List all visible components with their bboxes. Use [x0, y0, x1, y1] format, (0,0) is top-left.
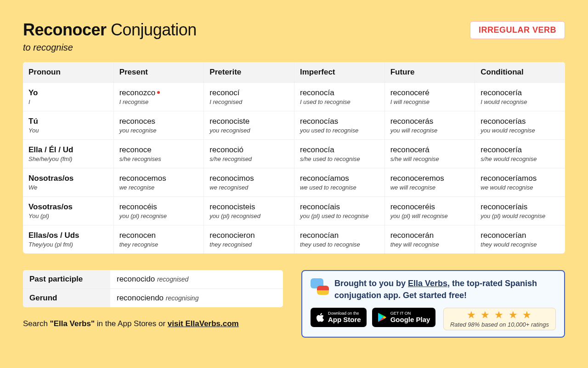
conjugation-cell: reconocíanthey used to recognise — [294, 225, 384, 253]
conjugation-cell: reconocíaisyou (pl) used to recognise — [294, 197, 384, 225]
irregular-dot-icon — [157, 91, 160, 94]
conjugation-cell: reconocisteyou recognised — [204, 111, 294, 140]
page-title: Reconocer Conjugation — [23, 20, 197, 40]
table-row: Ella / Él / UdShe/he/you (fml)reconoces/… — [23, 140, 565, 168]
conjugation-cell: reconocerías/he would recognise — [475, 140, 565, 168]
title-suffix: Conjugation — [107, 20, 197, 39]
search-note: Search "Ella Verbs" in the App Stores or… — [23, 319, 283, 328]
google-play-icon — [378, 312, 387, 322]
conjugation-cell: reconocíaI used to recognise — [294, 83, 384, 111]
conjugation-cell: reconocéisyou (pl) recognise — [113, 197, 204, 225]
conjugation-cell: reconocenthey recognise — [113, 225, 204, 253]
rating-box: ★ ★ ★ ★ ★ Rated 98% based on 10,000+ rat… — [443, 308, 556, 330]
conjugation-cell: reconocíasyou used to recognise — [294, 111, 384, 140]
form-value: reconocido recognised — [110, 270, 283, 289]
form-row: Gerundreconociendo recognising — [23, 289, 283, 307]
conjugation-cell: reconoceréI will recognise — [384, 83, 475, 111]
conjugation-cell: reconocemoswe recognise — [113, 168, 204, 197]
column-header: Pronoun — [23, 62, 113, 83]
column-header: Imperfect — [294, 62, 384, 83]
column-header: Present — [113, 62, 204, 83]
rating-text: Rated 98% based on 10,000+ ratings — [450, 321, 549, 328]
verb-translation: to recognise — [23, 42, 565, 53]
table-row: Ellas/os / UdsThey/you (pl fml)reconocen… — [23, 225, 565, 253]
star-icons: ★ ★ ★ ★ ★ — [450, 310, 549, 320]
conjugation-cell: reconoces/he recognises — [113, 140, 204, 168]
column-header: Conditional — [475, 62, 565, 83]
conjugation-cell: reconoceremoswe will recognise — [384, 168, 475, 197]
conjugation-cell: reconocíamoswe used to recognise — [294, 168, 384, 197]
conjugation-cell: reconocías/he used to recognise — [294, 140, 384, 168]
conjugation-cell: reconoceríanthey would recognise — [475, 225, 565, 253]
conjugation-cell: reconoceréisyou (pl) will recognise — [384, 197, 475, 225]
conjugation-cell: reconocerásyou will recognise — [384, 111, 475, 140]
conjugation-cell: reconoceríasyou would recognise — [475, 111, 565, 140]
pronoun-cell: Ella / Él / UdShe/he/you (fml) — [23, 140, 113, 168]
promo-box: Brought to you by Ella Verbs, the top-ra… — [301, 270, 565, 338]
conjugation-cell: reconocesyou recognise — [113, 111, 204, 140]
irregular-badge: IRREGULAR VERB — [470, 21, 565, 39]
apple-icon — [316, 312, 324, 322]
table-row: Vosotras/osYou (pl)reconocéisyou (pl) re… — [23, 197, 565, 225]
forms-table: Past participlereconocido recognisedGeru… — [23, 270, 283, 307]
conjugation-cell: reconocimoswe recognised — [204, 168, 294, 197]
pronoun-cell: Vosotras/osYou (pl) — [23, 197, 113, 225]
conjugation-cell: reconocerás/he will recognise — [384, 140, 475, 168]
conjugation-table: PronounPresentPreteriteImperfectFutureCo… — [23, 62, 565, 253]
app-icon — [311, 277, 329, 296]
form-row: Past participlereconocido recognised — [23, 270, 283, 289]
form-label: Gerund — [23, 289, 110, 307]
conjugation-cell: reconozcoI recognise — [113, 83, 204, 111]
pronoun-cell: Ellas/os / UdsThey/you (pl fml) — [23, 225, 113, 253]
promo-text: Brought to you by Ella Verbs, the top-ra… — [334, 277, 556, 301]
table-row: TúYoureconocesyou recognisereconocisteyo… — [23, 111, 565, 140]
column-header: Preterite — [204, 62, 294, 83]
form-label: Past participle — [23, 270, 110, 289]
conjugation-cell: reconoceríaI would recognise — [475, 83, 565, 111]
visit-link[interactable]: visit EllaVerbs.com — [168, 319, 239, 328]
column-header: Future — [384, 62, 475, 83]
ella-verbs-link[interactable]: Ella Verbs — [408, 279, 447, 288]
verb-name: Reconocer — [23, 20, 107, 39]
conjugation-cell: reconoceríaisyou (pl) would recognise — [475, 197, 565, 225]
form-value: reconociendo recognising — [110, 289, 283, 307]
conjugation-cell: reconociós/he recognised — [204, 140, 294, 168]
conjugation-cell: reconocieronthey recognised — [204, 225, 294, 253]
table-row: YoIreconozcoI recognisereconocíI recogni… — [23, 83, 565, 111]
app-store-button[interactable]: Download on the App Store — [311, 308, 367, 327]
conjugation-cell: reconocisteisyou (pl) recognised — [204, 197, 294, 225]
conjugation-cell: reconoceránthey will recognise — [384, 225, 475, 253]
google-play-button[interactable]: GET IT ON Google Play — [372, 308, 436, 327]
pronoun-cell: TúYou — [23, 111, 113, 140]
table-row: Nosotras/osWereconocemoswe recognisereco… — [23, 168, 565, 197]
conjugation-cell: reconocíI recognised — [204, 83, 294, 111]
pronoun-cell: YoI — [23, 83, 113, 111]
pronoun-cell: Nosotras/osWe — [23, 168, 113, 197]
conjugation-cell: reconoceríamoswe would recognise — [475, 168, 565, 197]
